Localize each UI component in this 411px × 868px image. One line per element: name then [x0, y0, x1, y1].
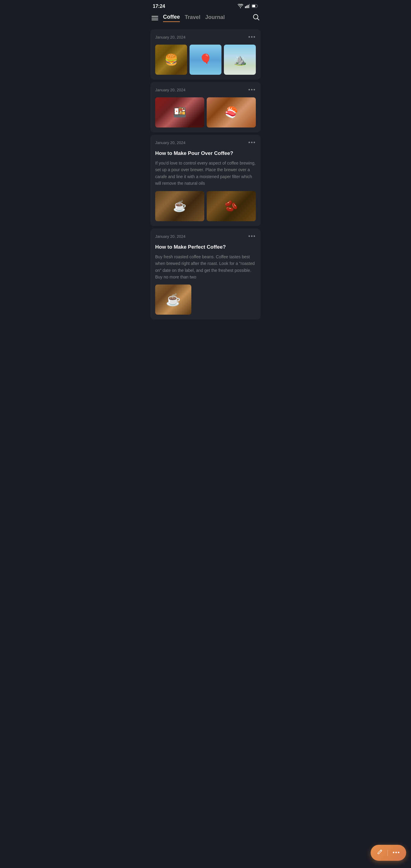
wifi-icon — [238, 4, 243, 9]
card-1-header: January 20, 2024 ••• — [155, 34, 256, 40]
card-3-menu[interactable]: ••• — [248, 140, 256, 146]
card-2-menu[interactable]: ••• — [248, 87, 256, 93]
card-4-body: Buy fresh roasted coffee beans. Coffee t… — [155, 253, 256, 281]
status-bar: 17:24 — [147, 0, 264, 11]
card-3-image-grid — [155, 191, 256, 221]
card-2-header: January 20, 2024 ••• — [155, 87, 256, 93]
card-4-header: January 20, 2024 ••• — [155, 233, 256, 240]
card-4-image-grid — [155, 284, 256, 315]
tab-journal[interactable]: Journal — [205, 14, 225, 22]
card-2: January 20, 2024 ••• — [150, 82, 261, 132]
svg-rect-0 — [245, 6, 246, 8]
card-1-image-mountain[interactable] — [224, 44, 256, 75]
card-3-body: If you'd love to control every aspect of… — [155, 160, 256, 187]
card-4-menu[interactable]: ••• — [248, 233, 256, 240]
card-3-image-coffee-pour[interactable] — [155, 191, 204, 221]
nav-bar: Coffee Travel Journal — [147, 11, 264, 27]
card-3: January 20, 2024 ••• How to Make Pour Ov… — [150, 135, 261, 226]
card-1: January 20, 2024 ••• — [150, 29, 261, 80]
svg-rect-3 — [249, 4, 250, 8]
card-3-header: January 20, 2024 ••• — [155, 140, 256, 146]
card-4: January 20, 2024 ••• How to Make Perfect… — [150, 228, 261, 320]
card-3-image-coffee-beans[interactable] — [207, 191, 256, 221]
hamburger-menu-button[interactable] — [152, 16, 158, 20]
card-1-image-balloon[interactable] — [190, 44, 221, 75]
status-time: 17:24 — [153, 4, 165, 9]
card-3-date: January 20, 2024 — [155, 141, 185, 145]
nav-tabs: Coffee Travel Journal — [163, 14, 248, 22]
card-1-menu[interactable]: ••• — [248, 34, 256, 40]
card-4-image-coffee-cup[interactable] — [155, 284, 191, 315]
status-icons — [238, 4, 258, 9]
card-1-date: January 20, 2024 — [155, 35, 185, 39]
card-4-date: January 20, 2024 — [155, 234, 185, 239]
battery-icon — [252, 4, 258, 9]
svg-rect-5 — [252, 5, 255, 7]
card-1-image-grid — [155, 44, 256, 75]
svg-point-6 — [253, 14, 258, 19]
svg-rect-1 — [247, 5, 247, 8]
card-2-image-sushi2[interactable] — [207, 97, 256, 127]
card-1-image-burger[interactable] — [155, 44, 187, 75]
card-2-date: January 20, 2024 — [155, 88, 185, 92]
tab-coffee[interactable]: Coffee — [163, 14, 180, 22]
card-2-image-grid — [155, 97, 256, 127]
card-3-title: How to Make Pour Over Coffee? — [155, 150, 256, 157]
tab-travel[interactable]: Travel — [185, 14, 200, 22]
card-4-title: How to Make Perfect Coffee? — [155, 244, 256, 250]
signal-icon — [245, 4, 250, 9]
card-2-image-sushi1[interactable] — [155, 97, 204, 127]
search-button[interactable] — [253, 14, 259, 22]
svg-rect-2 — [248, 5, 249, 8]
